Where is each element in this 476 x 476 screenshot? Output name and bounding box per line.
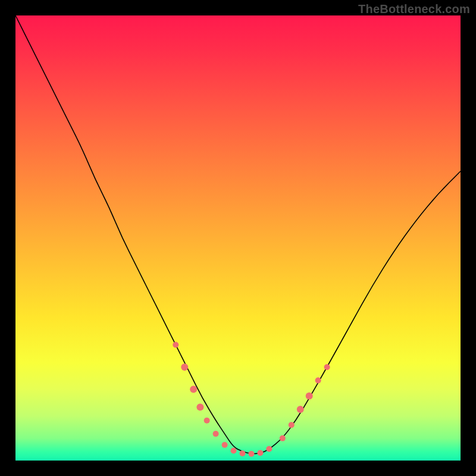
marker-point: [222, 442, 228, 448]
marker-point: [297, 406, 304, 413]
marker-point: [190, 386, 197, 393]
marker-point: [231, 448, 237, 454]
marker-point: [239, 450, 245, 456]
marker-point: [196, 403, 203, 411]
marker-point: [289, 422, 295, 428]
marker-point: [266, 446, 272, 452]
marker-point: [173, 342, 178, 348]
bottleneck-chart: [15, 15, 461, 461]
marker-point: [315, 377, 321, 383]
highlighted-points: [173, 342, 330, 457]
attribution-label: TheBottleneck.com: [358, 2, 470, 16]
marker-point: [204, 418, 210, 424]
marker-point: [324, 364, 330, 370]
marker-point: [213, 431, 219, 437]
marker-point: [257, 450, 263, 456]
bottleneck-curve: [15, 15, 461, 453]
marker-point: [280, 436, 286, 441]
marker-point: [181, 364, 188, 371]
marker-point: [306, 393, 313, 400]
marker-point: [248, 451, 254, 457]
